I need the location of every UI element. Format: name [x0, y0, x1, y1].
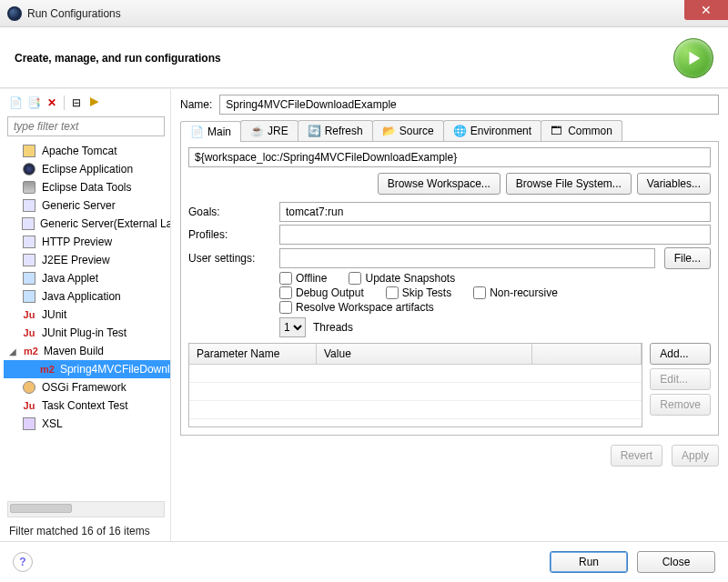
threads-label: Threads — [313, 321, 353, 334]
tree-item-m2[interactable]: ◢m2Maven Build — [4, 342, 170, 360]
param-add-button[interactable]: Add... — [650, 343, 711, 365]
tree-item-ju[interactable]: JuJUnit — [4, 306, 170, 324]
browse-workspace-button[interactable]: Browse Workspace... — [378, 173, 500, 195]
name-input[interactable] — [219, 95, 719, 115]
eclipse-icon — [7, 6, 22, 21]
tree-item-tomcat[interactable]: Apache Tomcat — [4, 142, 170, 160]
param-remove-button[interactable]: Remove — [650, 394, 711, 416]
non-recursive-checkbox[interactable]: Non-recursive — [473, 286, 558, 299]
user-settings-file-button[interactable]: File... — [664, 247, 711, 269]
duplicate-config-button[interactable]: 📑 — [25, 95, 42, 111]
tree-item-gen[interactable]: J2EE Preview — [4, 251, 170, 269]
parameter-table[interactable]: Parameter Name Value — [188, 343, 642, 427]
help-button[interactable]: ? — [13, 552, 33, 572]
tree-item-xsl[interactable]: XSL — [4, 415, 170, 433]
filter-menu-button[interactable]: ⯈ — [86, 95, 103, 111]
dialog-subtitle: Create, manage, and run configurations — [15, 52, 221, 65]
tree-item-gen[interactable]: Generic Server(External Launch) — [4, 215, 170, 233]
variables-button[interactable]: Variables... — [637, 173, 711, 195]
tree-item-gen[interactable]: Generic Server — [4, 196, 170, 215]
source-icon: 📂 — [382, 125, 395, 137]
filter-input[interactable] — [7, 116, 165, 136]
offline-checkbox[interactable]: Offline — [279, 272, 327, 285]
tree-item-java[interactable]: Java Applet — [4, 269, 170, 287]
refresh-icon: 🔄 — [308, 125, 320, 137]
tree-item-ju[interactable]: JuJUnit Plug-in Test — [4, 324, 170, 342]
filter-status: Filter matched 16 of 16 items — [4, 521, 170, 541]
tree-item-ju[interactable]: JuTask Context Test — [4, 396, 170, 415]
name-label: Name: — [180, 98, 212, 111]
run-icon — [673, 38, 713, 78]
tree-item-osgi[interactable]: OSGi Framework — [4, 378, 170, 396]
debug-output-checkbox[interactable]: Debug Output — [279, 286, 364, 299]
jre-icon: ☕ — [250, 125, 263, 137]
sidebar: 📄 📑 ✕ ⊟ ⯈ Apache TomcatEclipse Applicati… — [0, 89, 171, 541]
param-edit-button[interactable]: Edit... — [650, 368, 711, 390]
revert-button[interactable]: Revert — [611, 445, 662, 467]
tree-item-eclipse[interactable]: Eclipse Application — [4, 160, 170, 178]
profiles-label: Profiles: — [188, 228, 270, 241]
tree-item-db[interactable]: Eclipse Data Tools — [4, 178, 170, 196]
tab-source[interactable]: 📂Source — [372, 120, 444, 141]
config-editor: Name: 📄Main☕JRE🔄Refresh📂Source🌐Environme… — [171, 89, 728, 541]
close-button[interactable]: Close — [637, 551, 715, 573]
tree-item-java[interactable]: Java Application — [4, 287, 170, 306]
env-icon: 🌐 — [453, 125, 466, 137]
tab-jre[interactable]: ☕JRE — [240, 120, 298, 141]
run-button[interactable]: Run — [550, 551, 628, 573]
new-config-button[interactable]: 📄 — [7, 95, 24, 111]
user-settings-label: User settings: — [188, 252, 270, 265]
dialog-header: Create, manage, and run configurations — [0, 27, 728, 88]
titlebar: Run Configurations ✕ — [0, 0, 728, 27]
config-tree[interactable]: Apache TomcatEclipse ApplicationEclipse … — [4, 140, 170, 497]
tab-main: Browse Workspace... Browse File System..… — [180, 142, 719, 436]
apply-button[interactable]: Apply — [672, 445, 719, 467]
tab-main[interactable]: 📄Main — [180, 121, 241, 142]
skip-tests-checkbox[interactable]: Skip Tests — [386, 286, 451, 299]
param-col-value: Value — [317, 344, 532, 364]
collapse-all-button[interactable]: ⊟ — [68, 95, 85, 111]
update-snapshots-checkbox[interactable]: Update Snapshots — [349, 272, 455, 285]
horizontal-scrollbar[interactable] — [7, 501, 165, 517]
resolve-workspace-checkbox[interactable]: Resolve Workspace artifacts — [279, 301, 434, 314]
base-directory-input[interactable] — [188, 147, 711, 167]
dialog-footer: ? Run Close — [0, 541, 728, 582]
common-icon: 🗔 — [551, 125, 563, 137]
threads-select[interactable]: 1 — [279, 317, 306, 337]
window-title: Run Configurations — [27, 7, 121, 20]
delete-config-button[interactable]: ✕ — [44, 95, 60, 111]
tab-common[interactable]: 🗔Common — [541, 120, 622, 141]
sidebar-toolbar: 📄 📑 ✕ ⊟ ⯈ — [4, 93, 170, 115]
tree-item-gen[interactable]: HTTP Preview — [4, 233, 170, 251]
tab-refresh[interactable]: 🔄Refresh — [298, 120, 373, 141]
tree-item-child[interactable]: m2Spring4MVCFileDownloadExample — [4, 360, 170, 378]
profiles-input[interactable] — [279, 225, 711, 245]
browse-filesystem-button[interactable]: Browse File System... — [506, 173, 632, 195]
main-icon: 📄 — [190, 125, 203, 138]
goals-label: Goals: — [188, 206, 270, 218]
tab-environment[interactable]: 🌐Environment — [443, 120, 541, 141]
window-close-button[interactable]: ✕ — [684, 0, 728, 20]
tab-bar: 📄Main☕JRE🔄Refresh📂Source🌐Environment🗔Com… — [180, 120, 719, 142]
param-col-name: Parameter Name — [189, 344, 317, 364]
user-settings-input[interactable] — [279, 248, 655, 268]
goals-input[interactable] — [279, 202, 711, 222]
